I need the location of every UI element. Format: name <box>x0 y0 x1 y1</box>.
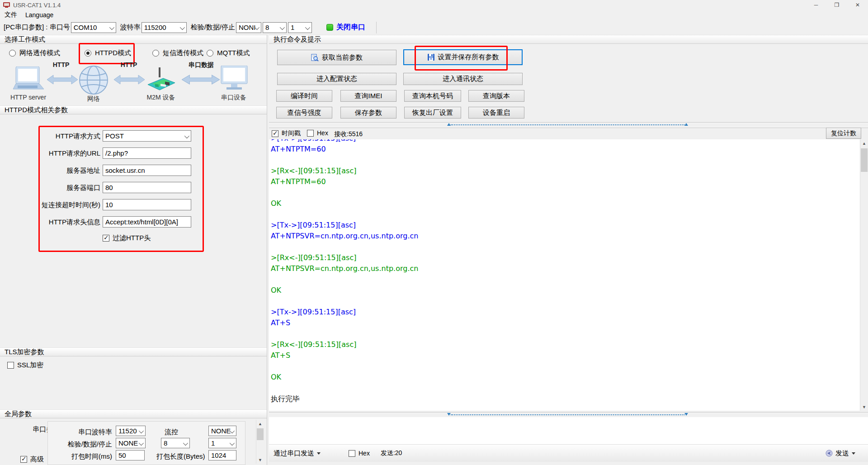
reset-counter-button[interactable]: 复位计数 <box>826 128 861 139</box>
diagram-link-http-1: HTTP <box>47 61 75 68</box>
enter-config-button[interactable]: 进入配置状态 <box>277 73 396 85</box>
left-panel: 选择工作模式 网络透传模式 HTTPD模式 短信透传模式 MQTT模式 HTTP… <box>0 35 267 465</box>
serial-log[interactable]: >[Tx->][09:51:15][asc]AT+NTPTM=60>[Rx<-]… <box>269 139 860 411</box>
serial-baud-label: 串口波特率 <box>54 428 112 437</box>
compile-time-button[interactable]: 编译时间 <box>276 90 332 102</box>
compile-time-label: 编译时间 <box>291 92 318 100</box>
serial-baud-select[interactable]: 115200 <box>116 426 146 436</box>
parity-select[interactable]: NONI <box>236 22 261 33</box>
double-arrow-icon <box>47 75 78 85</box>
log-line: >[Tx->][09:51:15][asc] <box>271 307 860 318</box>
minimize-button[interactable]: ─ <box>806 0 826 10</box>
maximize-button[interactable]: ❐ <box>826 0 847 10</box>
factory-reset-button[interactable]: 恢复出厂设置 <box>404 107 461 119</box>
save-params-button[interactable]: 保存参数 <box>340 107 396 119</box>
serial-databits-select[interactable]: 8 <box>161 438 190 448</box>
http-header-input[interactable] <box>103 216 191 228</box>
send-via-serial-label: 通过串口发送 <box>274 449 314 458</box>
receive-hex-checkbox[interactable]: Hex <box>307 129 328 137</box>
mode-radio-sms[interactable]: 短信透传模式 <box>152 49 203 57</box>
send-button[interactable]: 发送 <box>826 449 855 458</box>
toolbar-separator <box>376 22 377 33</box>
splitter-grip-icon <box>451 124 684 125</box>
device-restart-button[interactable]: 设备重启 <box>468 107 524 119</box>
http-url-input[interactable] <box>103 147 191 159</box>
query-version-label: 查询版本 <box>483 92 510 100</box>
menu-bar: 文件 Language <box>0 10 868 20</box>
field-label-server-port: 服务器端口 <box>27 184 100 192</box>
diagram-node-serial-device: 串口设备 <box>216 94 252 102</box>
enter-comm-button[interactable]: 进入通讯状态 <box>403 73 523 85</box>
query-number-button[interactable]: 查询本机号码 <box>404 90 461 102</box>
close-port-button[interactable]: 关闭串口 <box>322 21 370 33</box>
databits-select[interactable]: 8 <box>263 22 287 33</box>
mode-radio-httpd[interactable]: HTTPD模式 <box>85 49 131 57</box>
query-imei-button[interactable]: 查询IMEI <box>340 90 396 102</box>
network-globe-icon <box>79 65 108 95</box>
send-input-area[interactable] <box>269 418 868 444</box>
mode-radio-net[interactable]: 网络透传模式 <box>9 49 60 57</box>
port-label: [PC串口参数] : 串口号 <box>4 23 70 32</box>
close-port-label: 关闭串口 <box>336 23 365 32</box>
pack-time-input[interactable] <box>116 450 145 460</box>
serial-parity-value: NONE <box>118 439 138 447</box>
send-via-serial-button[interactable]: 通过串口发送 <box>274 449 321 458</box>
title-bar: USR-CAT1 V1.1.4 ─ ❐ ✕ <box>0 0 868 10</box>
search-document-icon <box>311 54 319 62</box>
close-button[interactable]: ✕ <box>847 0 868 10</box>
log-line <box>271 155 860 166</box>
pack-time-label: 打包时间(ms) <box>54 452 112 461</box>
scroll-down-icon[interactable]: ▼ <box>860 403 868 411</box>
radio-icon <box>152 50 159 57</box>
timestamp-checkbox[interactable]: 时间戳 <box>272 129 301 138</box>
scroll-down-icon[interactable]: ▼ <box>256 456 264 464</box>
get-params-button[interactable]: 获取当前参数 <box>277 50 396 65</box>
log-line: OK <box>271 198 860 209</box>
advanced-checkbox[interactable]: 高级 <box>20 455 44 464</box>
scrollbar-thumb[interactable] <box>861 148 868 172</box>
set-save-params-button[interactable]: 设置并保存所有参数 <box>403 49 523 65</box>
log-line: >[Rx<-][09:51:15][asc] <box>271 339 860 350</box>
splitter-grip-icon <box>451 414 684 415</box>
send-hex-checkbox[interactable]: Hex <box>349 450 370 457</box>
query-version-button[interactable]: 查询版本 <box>468 90 524 102</box>
mode-radio-mqtt[interactable]: MQTT模式 <box>207 49 250 57</box>
timestamp-label: 时间戳 <box>282 129 301 138</box>
serial-parity-select[interactable]: NONE <box>116 438 146 448</box>
log-top-splitter[interactable] <box>269 122 868 128</box>
server-address-input[interactable] <box>103 165 191 176</box>
com-port-select[interactable]: COM10 <box>71 22 116 33</box>
ssl-checkbox[interactable]: SSL加密 <box>7 361 43 370</box>
flow-control-select[interactable]: NONE <box>208 426 236 436</box>
field-label-http-url: HTTP请求的URL <box>27 149 100 158</box>
window-title: USR-CAT1 V1.1.4 <box>13 2 61 9</box>
log-line <box>271 187 860 198</box>
timeout-input[interactable] <box>103 199 191 210</box>
chevron-down-icon <box>139 441 144 446</box>
menu-file[interactable]: 文件 <box>5 11 17 19</box>
stopbits-select[interactable]: 1 <box>288 22 312 33</box>
log-scrollbar[interactable]: ▲ ▼ <box>860 139 868 411</box>
query-signal-button[interactable]: 查信号强度 <box>276 107 332 119</box>
scrollbar-thumb[interactable] <box>257 428 264 440</box>
radio-icon <box>85 50 91 57</box>
menu-language[interactable]: Language <box>25 11 53 19</box>
send-hex-label: Hex <box>359 450 370 457</box>
work-mode-header-label: 选择工作模式 <box>5 35 45 44</box>
http-method-select[interactable]: POST <box>103 130 191 142</box>
scroll-up-icon[interactable]: ▲ <box>256 420 264 427</box>
log-line <box>271 209 860 220</box>
log-line: >[Rx<-][09:51:15][asc] <box>271 166 860 176</box>
global-params-scrollbar[interactable]: ▲ ▼ <box>256 420 264 464</box>
serial-stopbits-select[interactable]: 1 <box>208 438 236 448</box>
log-line: AT+NTPTM=60 <box>271 176 860 187</box>
field-label-timeout: 短连接超时时间(秒) <box>27 201 100 209</box>
filter-http-header-checkbox[interactable]: 过滤HTTP头 <box>103 234 151 242</box>
global-params-header-label: 全局参数 <box>5 410 32 418</box>
pack-length-input[interactable] <box>208 450 236 460</box>
baud-select[interactable]: 115200 <box>142 22 187 33</box>
scroll-up-icon[interactable]: ▲ <box>860 139 868 147</box>
log-line <box>271 383 860 394</box>
server-port-input[interactable] <box>103 182 191 193</box>
serial-stopbits-value: 1 <box>211 439 215 447</box>
